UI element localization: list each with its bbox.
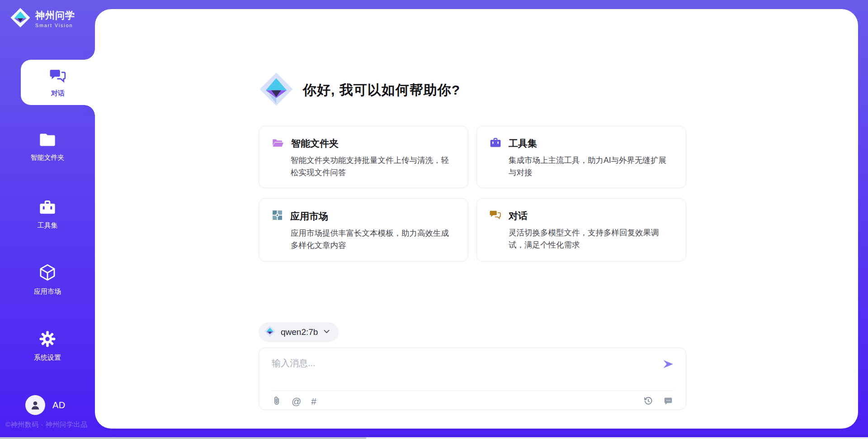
- sidebar-item-label: 对话: [51, 89, 65, 98]
- toolbox-icon: [39, 199, 56, 217]
- send-icon[interactable]: [662, 358, 674, 372]
- avatar: [25, 395, 45, 415]
- message-input[interactable]: [272, 357, 651, 387]
- card-description: 智能文件夹功能支持批量文件上传与清洗，轻松实现文件问答: [291, 154, 456, 179]
- toolbox-icon: [490, 137, 501, 150]
- model-selector[interactable]: qwen2:7b: [259, 322, 339, 342]
- card-title: 对话: [509, 210, 528, 222]
- feature-cards: 智能文件夹 智能文件夹功能支持批量文件上传与清洗，轻松实现文件问答 工具集: [259, 126, 686, 262]
- horizontal-scrollbar[interactable]: [0, 437, 868, 439]
- greeting-gem-icon: [259, 72, 294, 109]
- composer-divider: [272, 391, 673, 391]
- card-title: 智能文件夹: [291, 137, 339, 150]
- chevron-down-icon: [323, 328, 330, 337]
- brand-title: 神州问学: [35, 9, 75, 22]
- greeting-title: 你好, 我可以如何帮助你?: [303, 81, 460, 100]
- scrollbar-thumb[interactable]: [0, 437, 366, 439]
- card-toolbox[interactable]: 工具集 集成市场上主流工具，助力AI与外界无缝扩展与对接: [476, 126, 686, 188]
- card-app-market[interactable]: 应用市场 应用市场提供丰富长文本模板，助力高效生成多样化文章内容: [259, 198, 468, 261]
- card-description: 灵活切换多模型文件，支持多样回复效果调试，满足个性化需求: [509, 227, 674, 251]
- sidebar-item-label: 应用市场: [34, 287, 61, 296]
- sidebar-item-chat[interactable]: 对话: [21, 60, 95, 105]
- app-logo: 神州问学 Smart Vision: [10, 7, 75, 30]
- grid-cube-icon: [272, 210, 283, 223]
- model-name: qwen2:7b: [281, 327, 318, 337]
- main-panel: 你好, 我可以如何帮助你? 智能文件夹 智能文件夹功能支持批量文件上传与清洗，轻…: [95, 9, 858, 429]
- gear-icon: [39, 330, 56, 349]
- sidebar-item-label: 智能文件夹: [31, 153, 65, 162]
- attachment-icon[interactable]: [272, 396, 282, 406]
- cube-icon: [39, 263, 56, 283]
- sidebar-item-label: 系统设置: [34, 353, 61, 362]
- copyright-text: ©神州数码 · 神州问学出品: [5, 420, 87, 429]
- model-gem-icon: [264, 325, 276, 339]
- card-chat[interactable]: 对话 灵活切换多模型文件，支持多样回复效果调试，满足个性化需求: [476, 198, 686, 261]
- comment-icon[interactable]: [663, 396, 673, 406]
- user-initials: AD: [52, 400, 66, 410]
- message-composer: @ #: [259, 348, 686, 410]
- card-title: 工具集: [509, 137, 537, 150]
- brand-subtitle: Smart Vision: [35, 23, 75, 28]
- person-icon: [29, 399, 41, 411]
- history-icon[interactable]: [643, 396, 653, 406]
- greeting-row: 你好, 我可以如何帮助你?: [259, 72, 686, 109]
- hashtag-icon[interactable]: #: [311, 396, 316, 406]
- mention-icon[interactable]: @: [292, 396, 301, 406]
- card-title: 应用市场: [290, 210, 328, 223]
- card-smart-folder[interactable]: 智能文件夹 智能文件夹功能支持批量文件上传与清洗，轻松实现文件问答: [259, 126, 468, 188]
- folder-icon: [39, 132, 56, 149]
- sidebar-item-smart-folder[interactable]: 智能文件夹: [0, 132, 95, 165]
- chat-bubbles-icon: [490, 210, 501, 222]
- sidebar: 神州问学 Smart Vision 对话 智能文件夹: [0, 0, 95, 439]
- card-description: 集成市场上主流工具，助力AI与外界无缝扩展与对接: [509, 154, 674, 179]
- user-account[interactable]: AD: [25, 395, 66, 415]
- sidebar-item-settings[interactable]: 系统设置: [0, 330, 95, 363]
- folder-open-icon: [272, 138, 284, 150]
- sidebar-item-toolbox[interactable]: 工具集: [0, 199, 95, 232]
- brand-gem-icon: [10, 7, 31, 30]
- sidebar-item-label: 工具集: [38, 221, 58, 230]
- card-description: 应用市场提供丰富长文本模板，助力高效生成多样化文章内容: [291, 227, 456, 252]
- sidebar-item-app-market[interactable]: 应用市场: [0, 263, 95, 296]
- chat-bubbles-icon: [49, 67, 66, 86]
